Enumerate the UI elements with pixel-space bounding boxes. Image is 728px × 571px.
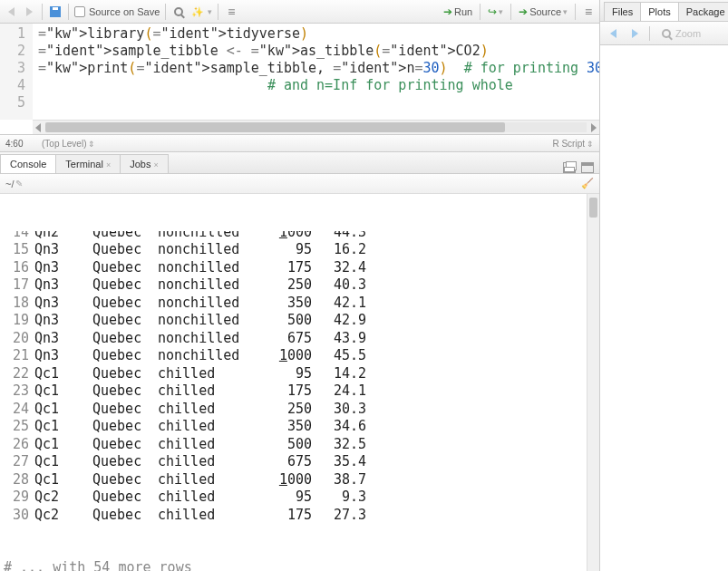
code-editor[interactable]: 12345 ="kw">library(="ident">tidyverse)=… xyxy=(0,24,599,120)
table-row: 29Qc2Quebecchilled959.3 xyxy=(4,489,594,507)
table-row: 19Qn3Quebecnonchilled50042.9 xyxy=(4,312,594,330)
table-row: 24Qc1Quebecchilled25030.3 xyxy=(4,401,594,419)
console-subbar: ~/ ✎ xyxy=(0,174,599,194)
pane-minimize-icon[interactable] xyxy=(563,162,576,173)
plot-next-icon[interactable] xyxy=(627,26,642,41)
find-icon[interactable] xyxy=(171,5,186,19)
right-tabs: Files Plots Package xyxy=(600,0,728,22)
pane-maximize-icon[interactable] xyxy=(581,162,594,173)
outline-icon[interactable] xyxy=(224,5,238,19)
vscroll-thumb[interactable] xyxy=(589,198,597,218)
tab-terminal[interactable]: Terminal× xyxy=(55,154,121,173)
editor-toolbar: Source on Save ▾ ➔ Run ↪ ▾ ➔ Source ▾ xyxy=(0,0,599,24)
outline-toggle-icon[interactable] xyxy=(581,5,596,19)
tab-console[interactable]: Console xyxy=(0,154,56,173)
editor-hscrollbar[interactable] xyxy=(33,120,599,134)
wand-icon[interactable] xyxy=(189,5,204,19)
console-vscrollbar[interactable] xyxy=(587,194,599,571)
left-pane: Source on Save ▾ ➔ Run ↪ ▾ ➔ Source ▾ xyxy=(0,0,600,571)
run-label: Run xyxy=(454,6,472,17)
console-cwd: ~/ xyxy=(5,179,14,189)
table-row: 16Qn3Quebecnonchilled17532.4 xyxy=(4,259,594,277)
table-row: 30Qc2Quebecchilled17527.3 xyxy=(4,507,594,525)
plots-area xyxy=(600,45,728,571)
clear-console-icon[interactable] xyxy=(581,178,594,190)
code-area[interactable]: ="kw">library(="ident">tidyverse)="ident… xyxy=(33,24,599,120)
table-row: 20Qn3Quebecnonchilled67543.9 xyxy=(4,330,594,348)
scope-selector[interactable]: (Top Level) xyxy=(42,139,95,149)
source-arrow-icon: ➔ xyxy=(519,5,528,18)
table-row: 25Qc1Quebecchilled35034.6 xyxy=(4,418,594,436)
table-row: 22Qc1Quebecchilled9514.2 xyxy=(4,365,594,383)
app-root: Source on Save ▾ ➔ Run ↪ ▾ ➔ Source ▾ xyxy=(0,0,728,571)
right-pane: Files Plots Package Zoom xyxy=(600,0,728,571)
tab-plots[interactable]: Plots xyxy=(640,2,678,21)
cursor-position: 4:60 xyxy=(5,139,42,149)
source-button[interactable]: ➔ Source ▾ xyxy=(517,5,569,18)
table-row: 23Qc1Quebecchilled17524.1 xyxy=(4,382,594,401)
close-icon[interactable]: × xyxy=(153,160,158,169)
table-row: 21Qn3Quebecnonchilled100045.5 xyxy=(4,347,594,365)
console-more-rows: # ... with 54 more rows xyxy=(4,559,594,571)
table-row: 17Qn3Quebecnonchilled25040.3 xyxy=(4,276,594,295)
plots-toolbar: Zoom xyxy=(600,22,728,45)
cwd-dropdown-icon[interactable]: ✎ xyxy=(15,179,23,189)
table-row: 15Qn3Quebecnonchilled9516.2 xyxy=(4,241,594,259)
run-button[interactable]: ➔ Run xyxy=(442,5,474,18)
source-on-save-checkbox[interactable] xyxy=(74,6,85,17)
source-on-save-label: Source on Save xyxy=(89,6,160,17)
console-output[interactable]: 14Qn2Quebecnonchilled100044.315Qn3Quebec… xyxy=(0,194,599,571)
back-icon[interactable] xyxy=(4,5,18,19)
filetype-selector[interactable]: R Script xyxy=(552,139,594,149)
table-row: 28Qc1Quebecchilled100038.7 xyxy=(4,471,594,489)
tab-packages[interactable]: Package xyxy=(678,2,728,21)
editor-statusbar: 4:60 (Top Level) R Script xyxy=(0,134,599,152)
table-row: 14Qn2Quebecnonchilled100044.3 xyxy=(4,231,594,241)
run-arrow-icon: ➔ xyxy=(443,5,452,18)
save-icon[interactable] xyxy=(48,5,63,19)
table-row: 27Qc1Quebecchilled67535.4 xyxy=(4,453,594,471)
table-row: 18Qn3Quebecnonchilled35042.1 xyxy=(4,295,594,313)
line-gutter: 12345 xyxy=(0,24,33,120)
plot-prev-icon[interactable] xyxy=(606,26,620,41)
tab-jobs[interactable]: Jobs× xyxy=(120,154,169,173)
table-row: 26Qc1Quebecchilled50032.5 xyxy=(4,436,594,454)
forward-icon[interactable] xyxy=(22,5,36,19)
tab-files[interactable]: Files xyxy=(604,2,641,21)
source-label: Source xyxy=(529,6,561,17)
bottom-tabs: Console Terminal× Jobs× xyxy=(0,152,599,174)
rerun-icon: ↪ xyxy=(488,5,497,18)
close-icon[interactable]: × xyxy=(106,160,111,169)
rerun-button[interactable]: ↪ ▾ xyxy=(486,5,505,18)
hscroll-thumb[interactable] xyxy=(45,122,505,132)
zoom-button[interactable]: Zoom xyxy=(657,26,703,41)
zoom-icon xyxy=(659,26,674,41)
